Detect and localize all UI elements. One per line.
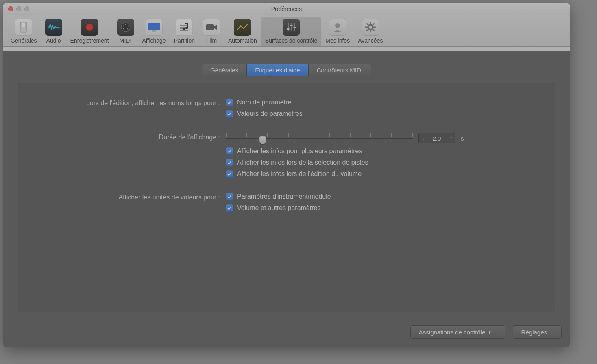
camera-icon — [203, 19, 220, 36]
label-display-duration: Durée de l'affichage : — [35, 133, 226, 141]
checkmark-icon — [226, 193, 233, 200]
svg-rect-22 — [206, 24, 214, 30]
svg-point-31 — [335, 23, 340, 28]
label-value-units: Afficher les unités de valeurs pour : — [35, 193, 226, 201]
toolbar-label: Partition — [174, 37, 195, 44]
svg-rect-25 — [288, 23, 289, 31]
person-icon — [329, 19, 346, 36]
slider-ticks — [226, 133, 413, 137]
checkbox-label: Valeurs de paramètres — [237, 110, 303, 117]
svg-line-40 — [366, 30, 368, 31]
toolbar-label: MIDI — [120, 37, 132, 44]
preferences-window: Préférences Générales Audio Enregistreme… — [3, 3, 570, 347]
toolbar-label: Mes infos — [325, 37, 350, 44]
checkbox-multi-params[interactable]: Afficher les infos pour plusieurs paramè… — [226, 147, 538, 155]
slider-knob[interactable] — [259, 136, 266, 144]
svg-point-32 — [368, 25, 373, 30]
settings-button[interactable]: Réglages… — [513, 325, 562, 339]
checkmark-icon — [226, 147, 233, 155]
checkbox-instrument-plugin[interactable]: Paramètres d'instrument/module — [226, 193, 538, 200]
svg-line-37 — [366, 24, 368, 25]
svg-rect-30 — [294, 27, 296, 28]
subtab-midi-controllers[interactable]: Contrôleurs MIDI — [309, 64, 371, 76]
checkbox-label: Afficher les infos lors de l'édition du … — [237, 170, 362, 178]
subtab-segmented: Générales Étiquettes d'aide Contrôleurs … — [202, 64, 371, 76]
svg-point-9 — [127, 28, 128, 30]
checkmark-icon — [226, 204, 233, 212]
toolbar-label: Enregistrement — [70, 37, 109, 44]
subtab-help-tags[interactable]: Étiquettes d'aide — [247, 64, 308, 76]
checkbox-label: Afficher les infos pour plusieurs paramè… — [237, 147, 362, 155]
label-long-names: Lors de l'édition, afficher les noms lon… — [35, 99, 226, 107]
toolbar-item-control-surfaces[interactable]: Surfaces de contrôle — [261, 17, 321, 46]
svg-line-38 — [373, 30, 375, 31]
checkbox-parameter-name[interactable]: Nom de paramètre — [226, 99, 538, 106]
record-icon — [81, 19, 98, 36]
display-duration-slider[interactable] — [226, 133, 413, 143]
toolbar-item-automation[interactable]: Automation — [224, 17, 261, 46]
checkbox-label: Nom de paramètre — [237, 99, 291, 106]
toolbar-label: Film — [206, 37, 217, 44]
svg-line-39 — [373, 24, 375, 25]
checkbox-track-select[interactable]: Afficher les infos lors de la sélection … — [226, 159, 538, 166]
gear-icon — [362, 19, 379, 36]
toolbar-label: Affichage — [142, 37, 166, 44]
display-duration-stepper[interactable]: ⌄ 2,0 ⌃ — [418, 133, 455, 143]
midi-icon — [117, 19, 134, 36]
toolbar-label: Générales — [11, 37, 37, 44]
svg-rect-21 — [185, 23, 188, 24]
toolbar-item-recording[interactable]: Enregistrement — [66, 17, 113, 46]
svg-rect-19 — [185, 24, 185, 29]
subtab-row: Générales Étiquettes d'aide Contrôleurs … — [3, 51, 570, 76]
footer-buttons: Assignations de contrôleur… Réglages… — [410, 325, 562, 339]
toolbar-item-movie[interactable]: Film — [199, 17, 224, 46]
checkbox-label: Volume et autres paramètres — [237, 204, 320, 212]
score-icon — [176, 19, 193, 36]
checkbox-label: Afficher les infos lors de la sélection … — [237, 159, 368, 166]
content-area: Générales Étiquettes d'aide Contrôleurs … — [3, 51, 570, 347]
svg-point-8 — [123, 28, 124, 30]
svg-rect-28 — [287, 28, 290, 30]
toolbar-label: Automation — [228, 37, 257, 44]
svg-rect-10 — [148, 23, 160, 30]
svg-rect-1 — [22, 23, 25, 28]
checkbox-parameter-values[interactable]: Valeurs de paramètres — [226, 110, 538, 117]
waveform-icon — [45, 19, 62, 36]
checkbox-label: Paramètres d'instrument/module — [237, 193, 331, 200]
toolbar-item-general[interactable]: Générales — [7, 17, 41, 46]
toolbar-item-score[interactable]: Partition — [170, 17, 199, 46]
automation-icon — [234, 19, 251, 36]
checkmark-icon — [226, 99, 233, 106]
toolbar-item-my-info[interactable]: Mes infos — [321, 17, 354, 46]
switch-icon — [15, 19, 32, 36]
window-title: Préférences — [3, 6, 570, 12]
toolbar-item-advanced[interactable]: Avancées — [354, 17, 387, 46]
svg-point-24 — [243, 28, 244, 29]
sliders-icon — [283, 19, 300, 36]
svg-point-6 — [122, 26, 124, 27]
svg-point-23 — [240, 25, 241, 27]
titlebar: Préférences — [3, 3, 570, 15]
checkmark-icon — [226, 159, 233, 166]
svg-point-5 — [125, 24, 126, 25]
subtab-general[interactable]: Générales — [202, 64, 247, 76]
controller-assignments-button[interactable]: Assignations de contrôleur… — [410, 325, 505, 339]
stepper-value: 2,0 — [427, 135, 446, 142]
toolbar-item-midi[interactable]: MIDI — [113, 17, 138, 46]
toolbar-label: Audio — [46, 37, 61, 44]
svg-rect-11 — [152, 30, 156, 32]
svg-rect-26 — [291, 23, 292, 31]
stepper-down-icon[interactable]: ⌄ — [418, 136, 427, 141]
checkmark-icon — [226, 110, 233, 117]
svg-point-7 — [127, 26, 129, 27]
unit-label: s — [461, 135, 464, 142]
toolbar-label: Avancées — [358, 37, 383, 44]
checkbox-volume-edit[interactable]: Afficher les infos lors de l'édition du … — [226, 170, 538, 178]
settings-panel: Lors de l'édition, afficher les noms lon… — [18, 83, 555, 312]
slider-track — [226, 138, 413, 139]
toolbar-item-audio[interactable]: Audio — [41, 17, 66, 46]
checkbox-volume-other[interactable]: Volume et autres paramètres — [226, 204, 538, 212]
svg-rect-29 — [290, 25, 293, 26]
toolbar-item-display[interactable]: Affichage — [138, 17, 170, 46]
stepper-up-icon[interactable]: ⌃ — [446, 136, 455, 141]
